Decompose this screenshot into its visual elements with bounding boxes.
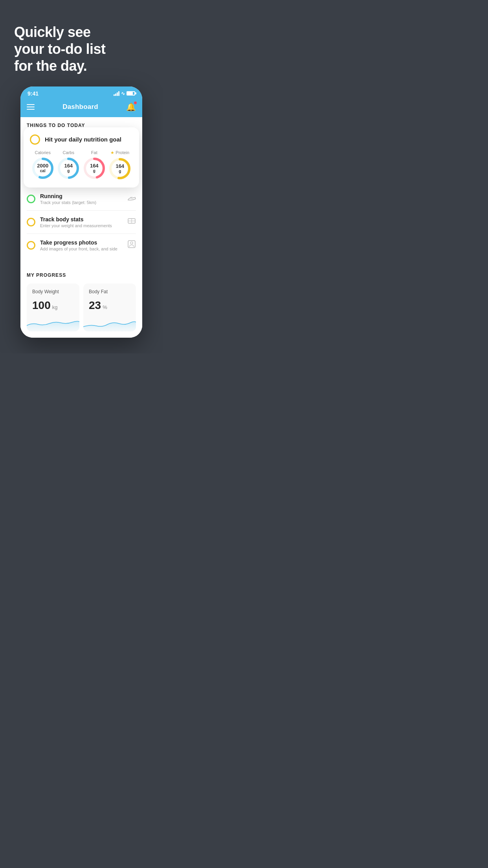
todo-item-running[interactable]: Running Track your stats (target: 5km) <box>27 188 136 211</box>
body-fat-unit: % <box>103 304 107 310</box>
fat-ring: Fat 164 g <box>83 150 106 180</box>
todo-content-photos: Take progress photos Add images of your … <box>40 239 123 251</box>
status-icons: ∿ <box>114 91 135 96</box>
app-body: THINGS TO DO TODAY Hit your daily nutrit… <box>20 117 142 338</box>
spacer <box>20 257 142 265</box>
todo-checkbox-photos[interactable] <box>27 241 35 250</box>
body-weight-wave <box>27 316 79 331</box>
battery-icon <box>127 91 135 96</box>
todo-checkbox-running[interactable] <box>27 195 35 203</box>
protein-ring: ★ Protein 164 g <box>108 150 132 180</box>
shoe-icon <box>127 194 136 203</box>
svg-point-12 <box>130 242 133 244</box>
todo-subtitle-photos: Add images of your front, back, and side <box>40 246 123 251</box>
progress-section: MY PROGRESS Body Weight 100 kg <box>20 265 142 338</box>
page-wrapper: Quickly see your to-do list for the day.… <box>0 0 163 353</box>
app-header: Dashboard 🔔 <box>20 99 142 117</box>
todo-item-photos[interactable]: Take progress photos Add images of your … <box>27 234 136 257</box>
fat-chart: 164 g <box>83 156 106 180</box>
carbs-value: 164 g <box>64 163 73 174</box>
body-fat-title: Body Fat <box>89 289 130 294</box>
todo-checkbox-body-stats[interactable] <box>27 218 35 226</box>
calories-ring: Calories 2000 cal <box>31 150 55 180</box>
calories-label: Calories <box>35 150 51 155</box>
todo-title-photos: Take progress photos <box>40 239 123 246</box>
body-weight-title: Body Weight <box>32 289 74 294</box>
calories-chart: 2000 cal <box>31 156 55 180</box>
todo-subtitle-body-stats: Enter your weight and measurements <box>40 223 123 228</box>
fat-value: 164 g <box>90 163 99 174</box>
person-icon <box>127 240 136 250</box>
hero-section: Quickly see your to-do list for the day. <box>0 0 163 86</box>
body-fat-value: 23 <box>89 299 101 312</box>
body-weight-value-row: 100 kg <box>32 299 74 312</box>
carbs-chart: 164 g <box>57 156 80 180</box>
hero-title: Quickly see your to-do list for the day. <box>14 24 149 75</box>
fat-label: Fat <box>91 150 97 155</box>
nutrition-title-row: Hit your daily nutrition goal <box>30 134 133 145</box>
protein-label-row: ★ Protein <box>110 150 129 155</box>
wifi-icon: ∿ <box>121 91 125 96</box>
status-bar: 9:41 ∿ <box>20 86 142 99</box>
body-fat-value-row: 23 % <box>89 299 130 312</box>
protein-chart: 164 g <box>108 157 132 180</box>
signal-icon <box>114 91 119 96</box>
body-weight-value: 100 <box>32 299 51 312</box>
todo-content-running: Running Track your stats (target: 5km) <box>40 193 123 205</box>
todo-content-body-stats: Track body stats Enter your weight and m… <box>40 216 123 228</box>
carbs-label: Carbs <box>63 150 74 155</box>
carbs-ring: Carbs 164 g <box>57 150 80 180</box>
protein-label: Protein <box>116 150 129 155</box>
notification-bell-icon[interactable]: 🔔 <box>126 102 136 112</box>
menu-icon[interactable] <box>27 104 35 110</box>
scale-icon <box>127 217 136 226</box>
protein-value: 164 g <box>116 163 124 174</box>
calories-value: 2000 cal <box>37 163 48 174</box>
progress-section-title: MY PROGRESS <box>27 272 136 278</box>
body-fat-card: Body Fat 23 % <box>83 283 136 331</box>
todo-item-body-stats[interactable]: Track body stats Enter your weight and m… <box>27 211 136 234</box>
todo-title-running: Running <box>40 193 123 199</box>
todo-list: Running Track your stats (target: 5km) <box>20 188 142 257</box>
notification-dot <box>134 101 137 104</box>
nutrition-rings: Calories 2000 cal <box>30 150 133 180</box>
header-title: Dashboard <box>62 103 98 111</box>
time-display: 9:41 <box>28 90 39 97</box>
nutrition-checkbox[interactable] <box>30 134 40 145</box>
todo-title-body-stats: Track body stats <box>40 216 123 223</box>
nutrition-card-title: Hit your daily nutrition goal <box>45 136 121 143</box>
todo-subtitle-running: Track your stats (target: 5km) <box>40 200 123 205</box>
phone-mockup: 9:41 ∿ Dashboard 🔔 <box>20 86 142 338</box>
body-weight-card: Body Weight 100 kg <box>27 283 79 331</box>
body-fat-wave <box>83 316 136 331</box>
star-icon: ★ <box>110 150 114 155</box>
body-weight-unit: kg <box>52 304 58 310</box>
nutrition-card[interactable]: Hit your daily nutrition goal Calories <box>24 127 139 188</box>
progress-cards: Body Weight 100 kg <box>27 283 136 331</box>
